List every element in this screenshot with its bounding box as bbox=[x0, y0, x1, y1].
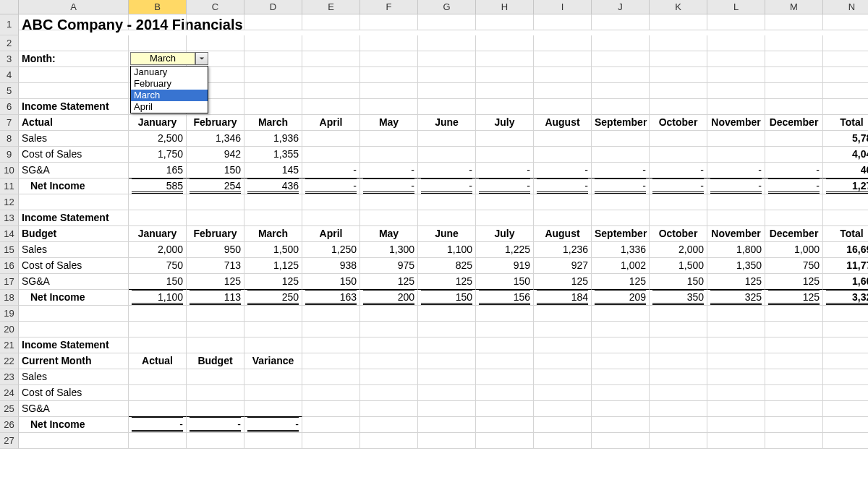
data-cell[interactable]: 1,250 bbox=[302, 242, 360, 258]
cell[interactable] bbox=[19, 83, 129, 99]
data-cell[interactable]: 975 bbox=[360, 258, 418, 274]
cell[interactable] bbox=[765, 433, 823, 449]
row-header-24[interactable]: 24 bbox=[0, 385, 19, 401]
data-cell[interactable] bbox=[244, 369, 302, 385]
data-cell[interactable]: 113 bbox=[187, 290, 244, 306]
cell[interactable] bbox=[476, 385, 534, 401]
data-cell[interactable]: - bbox=[418, 179, 476, 194]
data-cell[interactable]: 125 bbox=[360, 274, 418, 290]
cell[interactable] bbox=[476, 51, 534, 67]
data-cell[interactable]: - bbox=[302, 179, 360, 194]
cell[interactable] bbox=[302, 51, 360, 67]
cell[interactable] bbox=[534, 433, 592, 449]
data-cell[interactable]: - bbox=[650, 179, 707, 194]
data-cell[interactable]: 1,500 bbox=[650, 258, 707, 274]
row-total[interactable]: 5,782 bbox=[823, 131, 868, 147]
data-cell[interactable]: - bbox=[765, 179, 823, 194]
data-cell[interactable] bbox=[129, 369, 187, 385]
data-cell[interactable]: 125 bbox=[534, 274, 592, 290]
cell[interactable] bbox=[302, 322, 360, 338]
cell[interactable] bbox=[187, 194, 244, 210]
cell[interactable] bbox=[244, 194, 302, 210]
row-header-7[interactable]: 7 bbox=[0, 115, 19, 131]
column-header-N[interactable]: N bbox=[823, 0, 868, 14]
row-header-14[interactable]: 14 bbox=[0, 226, 19, 242]
data-cell[interactable]: 1,750 bbox=[129, 147, 187, 163]
cell[interactable] bbox=[592, 83, 650, 99]
row-header-19[interactable]: 19 bbox=[0, 306, 19, 322]
cell[interactable] bbox=[19, 433, 129, 449]
cell[interactable] bbox=[418, 306, 476, 322]
cell[interactable] bbox=[765, 385, 823, 401]
column-header-L[interactable]: L bbox=[707, 0, 765, 14]
dropdown-option[interactable]: April bbox=[131, 101, 208, 113]
cell[interactable] bbox=[650, 210, 707, 226]
month-dropdown-cell[interactable]: MarchJanuaryFebruaryMarchApril bbox=[129, 51, 187, 67]
row-total[interactable]: 460 bbox=[823, 163, 868, 179]
cell[interactable] bbox=[534, 99, 592, 115]
row-total[interactable]: 3,324 bbox=[823, 290, 868, 306]
data-cell[interactable]: 750 bbox=[765, 258, 823, 274]
row-header-26[interactable]: 26 bbox=[0, 417, 19, 433]
data-cell[interactable] bbox=[534, 147, 592, 163]
cell[interactable] bbox=[418, 210, 476, 226]
cell[interactable] bbox=[476, 306, 534, 322]
row-header-18[interactable]: 18 bbox=[0, 290, 19, 306]
cell[interactable] bbox=[187, 433, 244, 449]
cell[interactable] bbox=[534, 194, 592, 210]
data-cell[interactable]: - bbox=[360, 163, 418, 179]
cell[interactable] bbox=[302, 194, 360, 210]
cell[interactable] bbox=[823, 401, 868, 417]
cell[interactable] bbox=[302, 385, 360, 401]
chevron-down-icon[interactable] bbox=[195, 52, 208, 65]
data-cell[interactable] bbox=[476, 131, 534, 147]
cell[interactable] bbox=[650, 353, 707, 369]
row-header-11[interactable]: 11 bbox=[0, 179, 19, 194]
data-cell[interactable]: 150 bbox=[302, 274, 360, 290]
cell[interactable] bbox=[592, 385, 650, 401]
cell[interactable] bbox=[19, 194, 129, 210]
cell[interactable] bbox=[592, 67, 650, 83]
column-header-C[interactable]: C bbox=[187, 0, 244, 14]
column-header-M[interactable]: M bbox=[765, 0, 823, 14]
cell[interactable] bbox=[244, 14, 302, 30]
cell[interactable] bbox=[187, 322, 244, 338]
cell[interactable] bbox=[129, 433, 187, 449]
cell[interactable] bbox=[418, 433, 476, 449]
cell[interactable] bbox=[707, 35, 765, 51]
data-cell[interactable]: 2,000 bbox=[650, 242, 707, 258]
column-header-G[interactable]: G bbox=[418, 0, 476, 14]
cell[interactable] bbox=[765, 338, 823, 353]
data-cell[interactable] bbox=[650, 147, 707, 163]
column-header-F[interactable]: F bbox=[360, 0, 418, 14]
row-header-25[interactable]: 25 bbox=[0, 401, 19, 417]
cell[interactable] bbox=[765, 194, 823, 210]
cell[interactable] bbox=[592, 433, 650, 449]
row-total[interactable]: 4,047 bbox=[823, 147, 868, 163]
data-cell[interactable] bbox=[592, 147, 650, 163]
cell[interactable] bbox=[707, 83, 765, 99]
cell[interactable] bbox=[765, 353, 823, 369]
data-cell[interactable]: 125 bbox=[418, 274, 476, 290]
row-header-15[interactable]: 15 bbox=[0, 242, 19, 258]
cell[interactable] bbox=[129, 306, 187, 322]
cell[interactable] bbox=[592, 35, 650, 51]
cell[interactable] bbox=[302, 353, 360, 369]
data-cell[interactable]: - bbox=[360, 179, 418, 194]
cell[interactable] bbox=[823, 338, 868, 353]
data-cell[interactable]: - bbox=[765, 163, 823, 179]
data-cell[interactable]: 145 bbox=[244, 163, 302, 179]
cell[interactable] bbox=[476, 417, 534, 433]
cell[interactable] bbox=[302, 210, 360, 226]
row-header-12[interactable]: 12 bbox=[0, 194, 19, 210]
cell[interactable] bbox=[707, 99, 765, 115]
month-dropdown-list[interactable]: JanuaryFebruaryMarchApril bbox=[130, 66, 208, 113]
cell[interactable] bbox=[650, 51, 707, 67]
cell[interactable] bbox=[534, 83, 592, 99]
cell[interactable] bbox=[302, 338, 360, 353]
data-cell[interactable] bbox=[707, 131, 765, 147]
data-cell[interactable]: 254 bbox=[187, 179, 244, 194]
cell[interactable] bbox=[19, 322, 129, 338]
cell[interactable] bbox=[765, 83, 823, 99]
data-cell[interactable]: 150 bbox=[418, 290, 476, 306]
